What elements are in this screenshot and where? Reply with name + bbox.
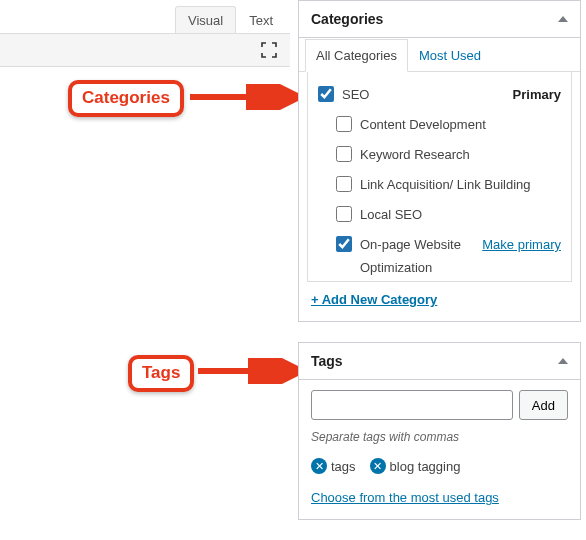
tag-input-row: Add <box>311 390 568 420</box>
tab-all-categories[interactable]: All Categories <box>305 39 408 72</box>
category-checkbox[interactable] <box>336 206 352 222</box>
category-label: Content Development <box>360 114 561 136</box>
sidebar: Categories All Categories Most Used SEO … <box>298 0 581 540</box>
category-label: Keyword Research <box>360 144 561 166</box>
tags-hint: Separate tags with commas <box>311 430 568 444</box>
category-label: Link Acquisition/ Link Building <box>360 174 561 196</box>
annotation-categories: Categories <box>68 80 184 117</box>
category-item-seo[interactable]: SEO Primary <box>318 80 561 110</box>
tag-chip: ✕ tags <box>311 458 356 474</box>
category-label: Local SEO <box>360 204 561 226</box>
tags-panel-toggle[interactable]: Tags <box>299 343 580 380</box>
category-tab-group: All Categories Most Used <box>299 38 580 72</box>
category-checkbox[interactable] <box>336 116 352 132</box>
fullscreen-icon[interactable] <box>260 41 278 59</box>
category-item-content-development[interactable]: Content Development <box>336 110 561 140</box>
editor-tab-group: Visual Text <box>175 6 286 35</box>
add-tag-button[interactable]: Add <box>519 390 568 420</box>
tag-chip-list: ✕ tags ✕ blog tagging <box>311 458 568 474</box>
category-checkbox[interactable] <box>318 86 334 102</box>
remove-tag-icon[interactable]: ✕ <box>311 458 327 474</box>
remove-tag-icon[interactable]: ✕ <box>370 458 386 474</box>
tags-panel-body: Add Separate tags with commas ✕ tags ✕ b… <box>299 380 580 519</box>
tab-text[interactable]: Text <box>236 6 286 35</box>
category-checkbox[interactable] <box>336 236 352 252</box>
panel-title: Categories <box>311 11 383 27</box>
editor-toolbar <box>0 33 290 67</box>
tags-panel: Tags Add Separate tags with commas ✕ tag… <box>298 342 581 520</box>
tag-chip: ✕ blog tagging <box>370 458 461 474</box>
add-new-category-link[interactable]: + Add New Category <box>311 292 437 307</box>
category-checkbox[interactable] <box>336 146 352 162</box>
categories-panel: Categories All Categories Most Used SEO … <box>298 0 581 322</box>
categories-panel-toggle[interactable]: Categories <box>299 1 580 38</box>
collapse-icon <box>558 16 568 22</box>
tag-input[interactable] <box>311 390 513 420</box>
annotation-tags: Tags <box>128 355 194 392</box>
category-checkbox[interactable] <box>336 176 352 192</box>
choose-most-used-tags-link[interactable]: Choose from the most used tags <box>311 490 499 505</box>
category-label: On-page Website Optimization <box>360 234 474 278</box>
category-item-onpage-optimization[interactable]: On-page Website Optimization Make primar… <box>336 230 561 282</box>
tag-label: blog tagging <box>390 459 461 474</box>
category-item-local-seo[interactable]: Local SEO <box>336 200 561 230</box>
panel-title: Tags <box>311 353 343 369</box>
categories-panel-body: All Categories Most Used SEO Primary Con… <box>299 38 580 321</box>
tab-most-used[interactable]: Most Used <box>408 39 492 72</box>
make-primary-link[interactable]: Make primary <box>474 234 561 256</box>
primary-badge: Primary <box>505 84 561 106</box>
tag-label: tags <box>331 459 356 474</box>
category-item-link-acquisition[interactable]: Link Acquisition/ Link Building <box>336 170 561 200</box>
category-list[interactable]: SEO Primary Content Development Keyword … <box>307 72 572 282</box>
tab-visual[interactable]: Visual <box>175 6 236 35</box>
category-item-keyword-research[interactable]: Keyword Research <box>336 140 561 170</box>
collapse-icon <box>558 358 568 364</box>
category-label: SEO <box>342 84 505 106</box>
